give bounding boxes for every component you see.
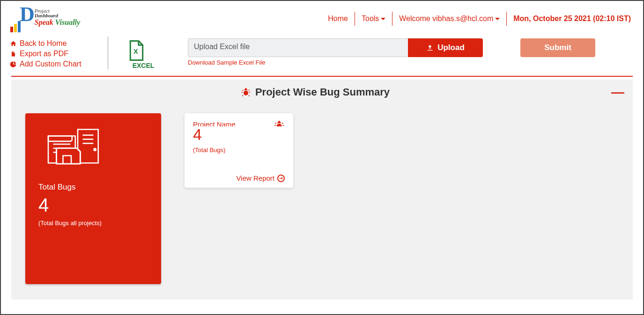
export-pdf-label: Export as PDF [20, 50, 68, 58]
pie-plus-icon [9, 61, 17, 68]
view-report-link[interactable]: View Report ➔ [193, 174, 285, 182]
arrow-right-icon: ➔ [277, 175, 285, 182]
logo: D Project Dashboard Speak Visually [10, 5, 113, 32]
project-bugs-sub: (Total Bugs) [193, 147, 285, 154]
add-chart-label: Add Custom Chart [20, 60, 81, 68]
export-pdf-link[interactable]: Export as PDF [9, 49, 103, 59]
total-bugs-value: 4 [38, 195, 148, 216]
dashboard-panel: Project Wise Bug Summary — [11, 80, 633, 300]
bug-icon [241, 88, 251, 97]
excel-indicator: X EXCEL [127, 40, 160, 69]
logo-line2: Dashboard [35, 13, 80, 18]
file-icon [9, 51, 17, 58]
submit-button[interactable]: Submit [520, 38, 595, 57]
total-bugs-sub: (Total Bugs all projects) [38, 220, 148, 227]
svg-point-6 [93, 148, 96, 151]
upload-icon [426, 44, 434, 51]
total-bugs-title: Total Bugs [38, 183, 148, 192]
topbar: D Project Dashboard Speak Visually Home … [1, 1, 643, 34]
nav-datetime: Mon, October 25 2021 (02:10 IST) [507, 14, 637, 24]
total-bugs-card: Total Bugs 4 (Total Bugs all projects) [25, 113, 161, 284]
project-card: Project Name 4 (Total Bugs) View Report … [185, 113, 293, 188]
logo-tagline: Speak Visually [35, 18, 80, 27]
home-icon [9, 40, 17, 47]
accent-rule [11, 76, 633, 77]
excel-file-icon: X [127, 40, 160, 61]
chevron-down-icon [381, 18, 385, 20]
nav-welcome[interactable]: Welcome vibhas.s@hcl.com [392, 14, 506, 24]
file-input[interactable]: Upload Excel file [188, 38, 408, 57]
project-bugs-value: 4 [193, 125, 285, 144]
sub-header: Back to Home Export as PDF Add Custom Ch… [1, 34, 643, 76]
bug-icon [274, 121, 285, 126]
divider [108, 37, 108, 69]
excel-label: EXCEL [127, 62, 160, 69]
logo-bars-icon [10, 5, 21, 32]
collapse-button[interactable]: — [611, 89, 624, 95]
svg-text:X: X [133, 48, 138, 55]
documents-icon [38, 126, 148, 168]
back-to-home-label: Back to Home [20, 39, 67, 48]
svg-point-1 [244, 91, 248, 95]
upload-button-label: Upload [437, 43, 465, 52]
svg-point-11 [277, 124, 282, 126]
upload-box: Upload Excel file Upload Download Sample… [188, 38, 483, 66]
upload-button[interactable]: Upload [408, 38, 483, 57]
nav-tools[interactable]: Tools [355, 14, 392, 24]
top-nav: Home Tools Welcome vibhas.s@hcl.com Mon,… [321, 12, 637, 26]
chevron-down-icon [495, 18, 500, 20]
add-chart-link[interactable]: Add Custom Chart [9, 59, 103, 69]
sidebar-links: Back to Home Export as PDF Add Custom Ch… [9, 38, 103, 69]
dashboard-title: Project Wise Bug Summary [20, 86, 611, 98]
back-to-home-link[interactable]: Back to Home [9, 38, 103, 49]
download-sample-link[interactable]: Download Sample Excel File [188, 59, 265, 66]
nav-home[interactable]: Home [321, 14, 355, 24]
